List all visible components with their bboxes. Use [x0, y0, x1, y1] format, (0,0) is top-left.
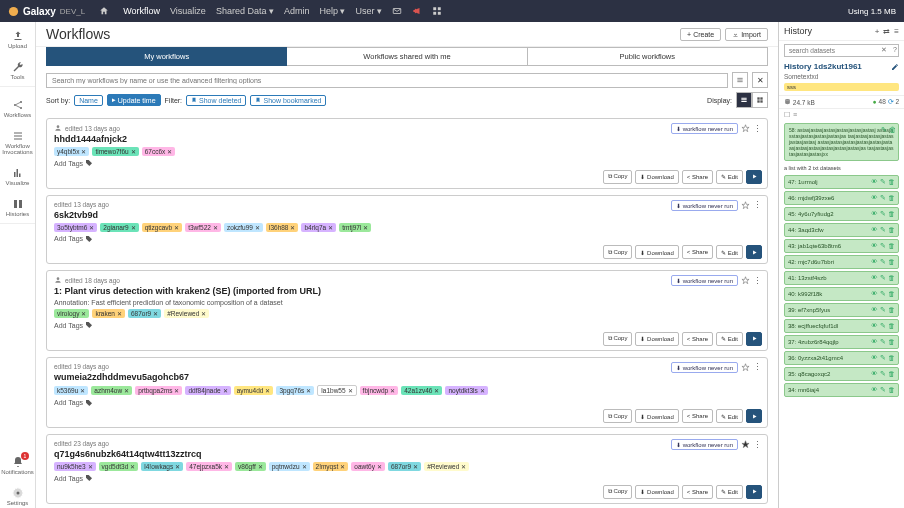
copy-button[interactable]: ⧉ Copy — [603, 170, 633, 184]
history-item[interactable]: 39: ef7xnp5fyus 👁 ✎ 🗑 — [784, 303, 899, 317]
tag-remove-icon[interactable]: ✕ — [434, 387, 439, 394]
delete-icon[interactable]: 🗑 — [888, 290, 895, 298]
edit-icon[interactable]: ✎ — [880, 370, 886, 378]
bookmark-star[interactable] — [741, 276, 750, 285]
history-item[interactable]: 38: ecjffuecfqfuf1dl 👁 ✎ 🗑 — [784, 319, 899, 333]
run-status-pill[interactable]: ⬇ workflow never run — [671, 362, 738, 373]
add-tags-button[interactable]: Add Tags — [54, 159, 93, 167]
workflow-name[interactable]: q71g4s6nubzk64t14qtw4tt13zztrcq — [54, 449, 760, 459]
view-icon[interactable]: 👁 — [871, 386, 878, 394]
workflow-tag[interactable]: ddf84jnade ✕ — [185, 386, 230, 395]
nav-help[interactable]: Help ▾ — [319, 6, 345, 16]
bookmark-star[interactable] — [741, 124, 750, 133]
tag-remove-icon[interactable]: ✕ — [88, 463, 93, 470]
view-icon[interactable]: 👁 — [871, 242, 878, 250]
workflow-tag[interactable]: la1bw55 ✕ — [317, 385, 356, 396]
create-button[interactable]: +Create — [680, 28, 721, 41]
history-search-help-icon[interactable]: ? — [893, 46, 897, 53]
history-select-all[interactable]: ☐ — [784, 111, 790, 119]
view-icon[interactable]: 👁 — [871, 306, 878, 314]
workflow-tag[interactable]: l36h88 ✕ — [266, 223, 299, 232]
add-tags-button[interactable]: Add Tags — [54, 235, 93, 243]
tag-remove-icon[interactable]: ✕ — [328, 224, 333, 231]
more-menu-icon[interactable]: ⋮ — [753, 124, 762, 134]
delete-icon[interactable]: 🗑 — [888, 322, 895, 330]
view-icon[interactable]: 👁 — [871, 290, 878, 298]
tab-my-workflows[interactable]: My workflows — [46, 47, 287, 66]
tag-remove-icon[interactable]: ✕ — [363, 224, 368, 231]
delete-icon[interactable]: 🗑 — [888, 354, 895, 362]
workflow-tag[interactable]: 3pgq76s ✕ — [276, 386, 314, 395]
history-item[interactable]: 36: 0yzzxa2t41gmc4 👁 ✎ 🗑 — [784, 351, 899, 365]
workflow-tag[interactable]: 67cc6x ✕ — [142, 147, 176, 156]
workflow-name[interactable]: wumeia2zdhddmevu5agohcb67 — [54, 372, 760, 382]
workflow-tag[interactable]: v86gff ✕ — [235, 462, 266, 471]
view-icon[interactable]: 👁 — [871, 210, 878, 218]
workflow-tag[interactable]: nu9k5he3 ✕ — [54, 462, 96, 471]
workflow-tag[interactable]: #Reviewed ✕ — [164, 309, 209, 318]
history-item[interactable]: 37: 4zubz6r84qqjlp 👁 ✎ 🗑 — [784, 335, 899, 349]
tag-remove-icon[interactable]: ✕ — [340, 463, 345, 470]
nav-workflow[interactable]: Workflow — [123, 6, 160, 16]
share-button[interactable]: < Share — [682, 485, 713, 499]
workflow-tag[interactable]: vgd5dt3d ✕ — [99, 462, 139, 471]
workflow-tag[interactable]: kraken ✕ — [92, 309, 125, 318]
share-button[interactable]: < Share — [682, 409, 713, 423]
history-switch-icon[interactable]: ⇄ — [883, 27, 890, 36]
workflow-tag[interactable]: l4!owkags ✕ — [141, 462, 183, 471]
tag-remove-icon[interactable]: ✕ — [175, 463, 180, 470]
workflow-name[interactable]: hhdd1444afnjck2 — [54, 134, 760, 144]
edit-icon[interactable]: ✎ — [880, 354, 886, 362]
history-item[interactable]: 42: mjc7d6u7bbri 👁 ✎ 🗑 — [784, 255, 899, 269]
copy-button[interactable]: ⧉ Copy — [603, 409, 633, 423]
edit-icon[interactable]: ✎ — [880, 306, 886, 314]
workflow-tag[interactable]: 2!myqst ✕ — [313, 462, 349, 471]
more-menu-icon[interactable]: ⋮ — [753, 276, 762, 286]
workflow-tag[interactable]: 2gianar9 ✕ — [100, 223, 138, 232]
add-tags-button[interactable]: Add Tags — [54, 399, 93, 407]
nav-admin[interactable]: Admin — [284, 6, 310, 16]
import-button[interactable]: Import — [725, 28, 768, 41]
tag-remove-icon[interactable]: ✕ — [413, 463, 418, 470]
envelope-icon[interactable] — [392, 6, 402, 16]
sidebar-notifications[interactable]: 1Notifications — [0, 454, 35, 477]
history-options-icon[interactable]: ≡ — [894, 27, 899, 36]
run-status-pill[interactable]: ⬇ workflow never run — [671, 275, 738, 286]
sidebar-upload[interactable]: Upload — [0, 28, 35, 51]
workflow-tag[interactable]: aymu4dd ✕ — [234, 386, 274, 395]
edit-icon[interactable] — [891, 63, 899, 71]
tag-remove-icon[interactable]: ✕ — [89, 224, 94, 231]
run-status-pill[interactable]: ⬇ workflow never run — [671, 200, 738, 211]
tag-remove-icon[interactable]: ✕ — [461, 463, 466, 470]
brand[interactable]: Galaxy DEV_L — [8, 6, 85, 17]
download-button[interactable]: ⬇ Download — [635, 170, 678, 184]
home-icon[interactable] — [99, 6, 109, 16]
nav-user[interactable]: User ▾ — [355, 6, 382, 16]
workflow-tag[interactable]: k5369u ✕ — [54, 386, 88, 395]
run-button[interactable] — [746, 409, 762, 423]
history-item[interactable]: 35: q8cagoxqc2 👁 ✎ 🗑 — [784, 367, 899, 381]
view-icon[interactable]: 👁 — [871, 178, 878, 186]
history-item[interactable]: 43: jab1qte63b8tm6 👁 ✎ 🗑 — [784, 239, 899, 253]
tag-remove-icon[interactable]: ✕ — [265, 387, 270, 394]
view-icon[interactable]: 👁 — [871, 258, 878, 266]
announce-icon[interactable] — [412, 6, 422, 16]
tag-remove-icon[interactable]: ✕ — [258, 463, 263, 470]
workflow-tag[interactable]: 42a1zv46 ✕ — [401, 386, 442, 395]
delete-icon[interactable]: 🗑 — [888, 178, 895, 186]
history-search-clear-icon[interactable]: ✕ — [881, 46, 887, 54]
share-button[interactable]: < Share — [682, 332, 713, 346]
history-new-icon[interactable]: + — [875, 27, 880, 36]
share-button[interactable]: < Share — [682, 245, 713, 259]
tag-remove-icon[interactable]: ✕ — [213, 224, 218, 231]
run-status-pill[interactable]: ⬇ workflow never run — [671, 439, 738, 450]
workflow-tag[interactable]: 687or9 ✕ — [128, 309, 161, 318]
search-input[interactable] — [46, 73, 728, 88]
tag-remove-icon[interactable]: ✕ — [81, 148, 86, 155]
copy-button[interactable]: ⧉ Copy — [603, 245, 633, 259]
delete-icon[interactable]: 🗑 — [888, 386, 895, 394]
view-icon[interactable]: 👁 — [871, 274, 878, 282]
download-button[interactable]: ⬇ Download — [635, 245, 678, 259]
history-item[interactable]: 41: 13zstf4szb 👁 ✎ 🗑 — [784, 271, 899, 285]
delete-icon[interactable]: 🗑 — [888, 242, 895, 250]
